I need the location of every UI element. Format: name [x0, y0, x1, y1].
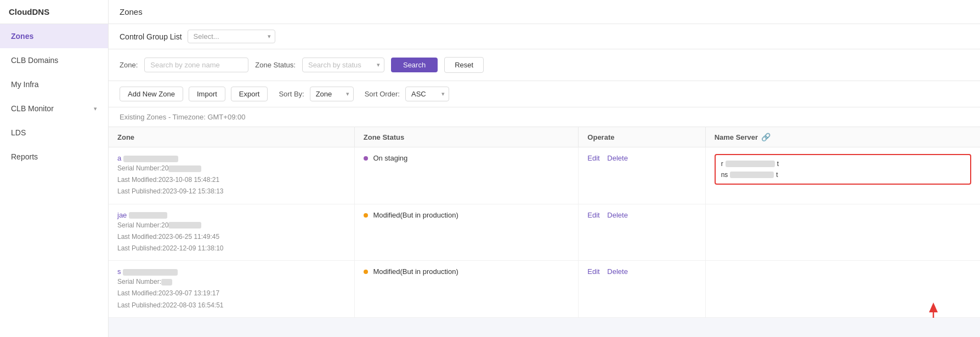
zone-status-label: Zone Status:	[255, 61, 296, 69]
zone-modified-3: Last Modified:2023-09-07 13:19:17	[117, 288, 345, 299]
delete-link-2[interactable]: Delete	[607, 211, 628, 219]
sidebar-item-lds-label: LDS	[11, 128, 26, 137]
operate-cell-1: Edit Delete	[579, 147, 705, 204]
table-row: a Serial Number:20 Last Modified:2023-10…	[109, 147, 980, 204]
status-select-wrapper: Search by status	[302, 58, 384, 72]
zone-serial-3: Serial Number:	[117, 277, 345, 287]
ns-row-1-1: r t	[721, 158, 965, 169]
status-dot-1	[364, 156, 368, 161]
zones-table: Zone Zone Status Operate Name Server 🔗	[109, 127, 980, 318]
zone-cell-2: jae Serial Number:20 Last Modified:2023-…	[109, 204, 354, 261]
export-button[interactable]: Export	[231, 87, 268, 101]
edit-link-1[interactable]: Edit	[587, 154, 599, 162]
zone-name-2: jae	[117, 211, 127, 219]
page-header: Zones	[109, 0, 980, 24]
zone-name-3: s	[117, 267, 121, 276]
chevron-down-icon: ▾	[94, 105, 97, 112]
zone-modified-1: Last Modified:2023-10-08 15:48:21	[117, 175, 345, 185]
zone-cell-1: a Serial Number:20 Last Modified:2023-10…	[109, 147, 354, 204]
status-text-2: Modified(But in production)	[373, 211, 458, 219]
col-status: Zone Status	[354, 127, 579, 147]
import-button[interactable]: Import	[189, 87, 225, 101]
zone-name-1: a	[117, 154, 121, 162]
sidebar-item-my-infra[interactable]: My Infra	[0, 72, 108, 96]
control-group-select-wrapper: Select...	[188, 30, 275, 43]
operate-cell-3: Edit Delete	[579, 261, 705, 318]
status-cell-3: Modified(But in production)	[354, 261, 579, 318]
zone-name-blurred-2	[129, 212, 167, 219]
timezone-label: - Timezone: GMT+09:00	[168, 113, 246, 121]
sidebar-item-clb-monitor[interactable]: CLB Monitor ▾	[0, 96, 108, 121]
toolbar: Add New Zone Import Export Sort By: Zone…	[109, 81, 980, 107]
control-group-label: Control Group List	[120, 32, 182, 41]
nameserver-box-1: r t ns t	[715, 154, 971, 185]
status-dot-2	[364, 213, 368, 218]
zone-search-input[interactable]	[144, 58, 248, 72]
existing-zones-label: Existing Zones	[120, 113, 166, 121]
zone-cell-3: s Serial Number: Last Modified:2023-09-0…	[109, 261, 354, 318]
sidebar: CloudDNS Zones CLB Domains My Infra CLB …	[0, 0, 109, 337]
col-zone: Zone	[109, 127, 354, 147]
reset-button[interactable]: Reset	[444, 57, 484, 73]
sort-by-select[interactable]: Zone	[310, 87, 354, 101]
zone-published-2: Last Published:2022-12-09 11:38:10	[117, 243, 345, 254]
status-text-3: Modified(But in production)	[373, 267, 458, 276]
search-button[interactable]: Search	[391, 58, 438, 72]
sidebar-item-zones-label: Zones	[11, 32, 33, 41]
control-group-select[interactable]: Select...	[188, 30, 275, 43]
section-label: Existing Zones - Timezone: GMT+09:00	[109, 107, 980, 127]
nameserver-icon: 🔗	[761, 133, 771, 141]
sidebar-item-lds[interactable]: LDS	[0, 121, 108, 145]
nameserver-cell-1: r t ns t	[705, 147, 980, 204]
zone-modified-2: Last Modified:2023-06-25 11:49:45	[117, 232, 345, 242]
col-nameserver: Name Server 🔗	[705, 127, 980, 147]
ns-row-1-2: ns t	[721, 169, 965, 180]
zones-table-wrapper: Zone Zone Status Operate Name Server 🔗	[109, 127, 980, 318]
app-logo: CloudDNS	[0, 0, 108, 24]
table-header-row: Zone Zone Status Operate Name Server 🔗	[109, 127, 980, 147]
ns-blurred-1-2	[730, 172, 774, 178]
zone-published-3: Last Published:2022-08-03 16:54:51	[117, 300, 345, 311]
main-content: Zones Control Group List Select... Zone:…	[109, 0, 980, 337]
nameserver-cell-3	[705, 261, 980, 318]
nameserver-cell-2	[705, 204, 980, 261]
zone-serial-1: Serial Number:20	[117, 163, 345, 174]
col-operate: Operate	[579, 127, 705, 147]
sidebar-item-reports-label: Reports	[11, 152, 38, 161]
sidebar-item-zones[interactable]: Zones	[0, 24, 108, 48]
zone-search-label: Zone:	[120, 61, 138, 69]
sidebar-item-reports[interactable]: Reports	[0, 145, 108, 169]
sort-order-label: Sort Order:	[365, 90, 400, 98]
control-group-bar: Control Group List Select...	[109, 24, 980, 49]
sort-order-select[interactable]: ASC	[405, 87, 449, 101]
main-body: Control Group List Select... Zone: Zone …	[109, 24, 980, 337]
sort-by-wrapper: Zone	[310, 87, 354, 101]
page-title: Zones	[120, 7, 143, 16]
delete-link-1[interactable]: Delete	[607, 154, 628, 162]
zone-name-blurred-1	[123, 156, 178, 162]
zone-name-blurred-3	[123, 269, 178, 276]
edit-link-3[interactable]: Edit	[587, 267, 599, 276]
table-row: jae Serial Number:20 Last Modified:2023-…	[109, 204, 980, 261]
status-text-1: On staging	[373, 154, 407, 162]
zone-serial-2: Serial Number:20	[117, 220, 345, 231]
table-row: s Serial Number: Last Modified:2023-09-0…	[109, 261, 980, 318]
add-new-zone-button[interactable]: Add New Zone	[120, 87, 183, 101]
zone-published-1: Last Published:2023-09-12 15:38:13	[117, 186, 345, 197]
sidebar-item-clb-domains-label: CLB Domains	[11, 56, 58, 65]
nameserver-header-label: Name Server	[715, 133, 758, 141]
ns-blurred-1-1	[726, 161, 775, 167]
status-cell-2: Modified(But in production)	[354, 204, 579, 261]
sidebar-item-clb-domains[interactable]: CLB Domains	[0, 48, 108, 72]
search-bar: Zone: Zone Status: Search by status Sear…	[109, 49, 980, 81]
sidebar-item-my-infra-label: My Infra	[11, 80, 39, 89]
sidebar-item-clb-monitor-label: CLB Monitor	[11, 104, 54, 113]
sort-order-wrapper: ASC	[405, 87, 449, 101]
zone-status-select[interactable]: Search by status	[302, 58, 384, 72]
delete-link-3[interactable]: Delete	[607, 267, 628, 276]
sort-by-label: Sort By:	[279, 90, 304, 98]
status-cell-1: On staging	[354, 147, 579, 204]
edit-link-2[interactable]: Edit	[587, 211, 599, 219]
status-dot-3	[364, 270, 368, 274]
operate-cell-2: Edit Delete	[579, 204, 705, 261]
